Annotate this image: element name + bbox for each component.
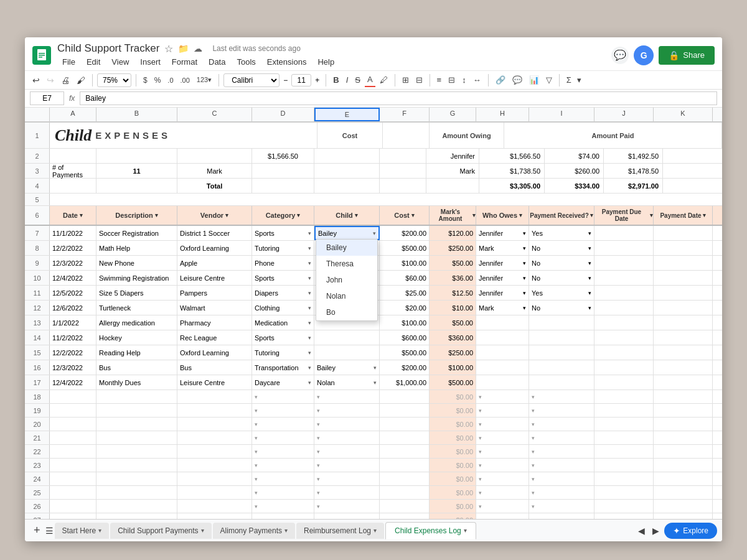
decimal-inc-btn[interactable]: .00 <box>178 75 192 86</box>
header-vendor: Vendor▾ <box>177 206 252 225</box>
last-edit: Last edit was seconds ago <box>212 44 300 53</box>
row-19: 19 ▾ ▾ $0.00 ▾ ▾ <box>25 404 722 418</box>
header-notes: Notes▾ <box>713 206 722 225</box>
align-center-btn[interactable]: ⊟ <box>446 73 458 86</box>
row-27: 27 ▾ ▾ $0.00 ▾ ▾ <box>25 513 722 519</box>
explore-btn[interactable]: ✦ Explore <box>664 523 717 539</box>
title-expenses-text: EXPENSES <box>95 130 171 141</box>
doc-title: Child Support Tracker <box>57 42 159 55</box>
jennifer-owing-val: $74.00 <box>545 149 604 163</box>
menu-tools[interactable]: Tools <box>232 56 260 68</box>
font-select[interactable]: Calibri <box>223 73 280 87</box>
col-header-d: D <box>252 108 314 121</box>
jennifer-cost <box>380 149 426 163</box>
zoom-select[interactable]: 75% <box>97 73 131 87</box>
row-14: 14 11/2/2022 Hockey Rec League Sports▾ $… <box>25 330 722 345</box>
align-right-btn[interactable]: ↕ <box>459 73 469 86</box>
child-dropdown[interactable]: Bailey Theresa John Nolan Bo <box>316 239 378 321</box>
row-16: 16 12/3/2022 Bus Bus Transportation▾ Bai… <box>25 360 722 375</box>
strikethrough-btn[interactable]: S <box>352 73 363 86</box>
menu-file[interactable]: File <box>57 56 80 68</box>
svg-rect-1 <box>39 53 45 54</box>
amount-paid-label: Amount Paid <box>504 123 722 148</box>
percent-btn[interactable]: % <box>152 74 164 86</box>
font-size-dec[interactable]: − <box>281 75 289 86</box>
wrap-btn[interactable]: ↔ <box>471 73 484 86</box>
cell-ref-input[interactable] <box>30 91 64 105</box>
tab-child-expenses-log[interactable]: Child Expenses Log ▾ <box>385 522 476 539</box>
merge-btn[interactable]: ⊟ <box>413 73 425 86</box>
menu-view[interactable]: View <box>106 56 134 68</box>
row-24: 24 ▾ ▾ $0.00 ▾ ▾ <box>25 472 722 486</box>
header-who-owes: Who Owes▾ <box>476 206 529 225</box>
italic-btn[interactable]: I <box>344 73 351 86</box>
row-num-4: 4 <box>25 179 50 193</box>
menu-extensions[interactable]: Extensions <box>262 56 312 68</box>
row-1: 1 Child EXPENSES Cost Amount Owing Amoun… <box>25 123 722 149</box>
bold-btn[interactable]: B <box>331 73 341 86</box>
col-header-b: B <box>96 108 177 121</box>
header-marks-amount: Mark's Amount▾ <box>430 206 476 225</box>
undo-btn[interactable]: ↩ <box>30 73 42 87</box>
print-btn[interactable]: 🖨 <box>59 73 72 87</box>
dropdown-option-bo[interactable]: Bo <box>316 304 377 320</box>
avatar[interactable]: G <box>634 45 654 65</box>
font-size-inc[interactable]: + <box>313 75 321 86</box>
app-window: Child Support Tracker ☆ 📁 ☁ Last edit wa… <box>25 37 722 541</box>
tab-nav-prev[interactable]: ◀ <box>636 523 647 538</box>
paint-btn[interactable]: 🖌 <box>74 73 88 87</box>
mark-label: Mark <box>177 164 252 178</box>
row-15: 15 12/2/2022 Reading Help Oxford Learnin… <box>25 345 722 360</box>
sheets-logo <box>32 46 51 65</box>
link-btn[interactable]: 🔗 <box>493 73 508 86</box>
star-icon[interactable]: ☆ <box>164 43 173 55</box>
tab-nav-next[interactable]: ▶ <box>650 523 662 538</box>
redo-btn[interactable]: ↪ <box>44 73 57 87</box>
menu-edit[interactable]: Edit <box>82 56 105 68</box>
dropdown-option-bailey[interactable]: Bailey <box>316 240 377 256</box>
cloud-icon[interactable]: ☁ <box>194 44 202 54</box>
comment-btn[interactable]: 💬 <box>510 73 525 86</box>
col-header-a: A <box>50 108 96 121</box>
cell-e7-selected[interactable]: Bailey▾ Bailey Theresa John Nolan Bo <box>314 226 380 240</box>
dropdown-option-theresa[interactable]: Theresa <box>316 256 377 272</box>
borders-btn[interactable]: ⊞ <box>400 73 411 86</box>
col-header-c: C <box>177 108 252 121</box>
menu-help[interactable]: Help <box>312 56 339 68</box>
tab-reimbursement-log[interactable]: Reimbursement Log ▾ <box>296 523 384 539</box>
formula-input[interactable] <box>80 91 717 105</box>
sheet-list-btn[interactable]: ☰ <box>45 526 54 536</box>
tab-start-here[interactable]: Start Here ▾ <box>55 523 110 539</box>
header-child: Child▾ <box>314 206 380 225</box>
function-btn[interactable]: Σ <box>564 73 574 86</box>
currency-btn[interactable]: $ <box>141 74 150 86</box>
dropdown-option-john[interactable]: John <box>316 272 377 288</box>
row-3: 3 # of Payments 11 Mark Mark $1,738.50 $… <box>25 164 722 179</box>
header-category: Category▾ <box>252 206 314 225</box>
menu-insert[interactable]: Insert <box>135 56 166 68</box>
tab-alimony-payments[interactable]: Alimony Payments ▾ <box>213 523 295 539</box>
cell-title[interactable]: Child EXPENSES <box>50 123 317 148</box>
highlight-btn[interactable]: 🖊 <box>377 73 390 86</box>
svg-rect-3 <box>39 57 42 58</box>
text-color-btn[interactable]: A <box>365 73 375 87</box>
add-sheet-btn[interactable]: + <box>30 524 44 537</box>
folder-icon[interactable]: 📁 <box>178 44 189 54</box>
menu-format[interactable]: Format <box>167 56 202 68</box>
dropdown-option-nolan[interactable]: Nolan <box>316 288 377 304</box>
decimal-dec-btn[interactable]: .0 <box>165 75 176 86</box>
row-num-3: 3 <box>25 164 50 178</box>
share-button[interactable]: 🔒 Share <box>659 46 715 65</box>
menu-data[interactable]: Data <box>204 56 230 68</box>
format-number-btn[interactable]: 123▾ <box>194 74 214 86</box>
sheet-content[interactable]: A B C D E F G H I J K L 1 Child EXPENSES… <box>25 108 722 519</box>
align-left-btn[interactable]: ≡ <box>435 73 444 86</box>
col-header-j: J <box>594 108 654 121</box>
col-header-i: I <box>529 108 594 121</box>
chart-btn[interactable]: 📊 <box>527 73 542 86</box>
tab-child-support-payments[interactable]: Child Support Payments ▾ <box>110 523 211 539</box>
comment-icon[interactable]: 💬 <box>611 47 629 64</box>
filter-btn[interactable]: ▽ <box>543 73 555 86</box>
amount-owing-label: Amount Owing <box>430 123 504 148</box>
font-size-input[interactable] <box>291 74 311 86</box>
